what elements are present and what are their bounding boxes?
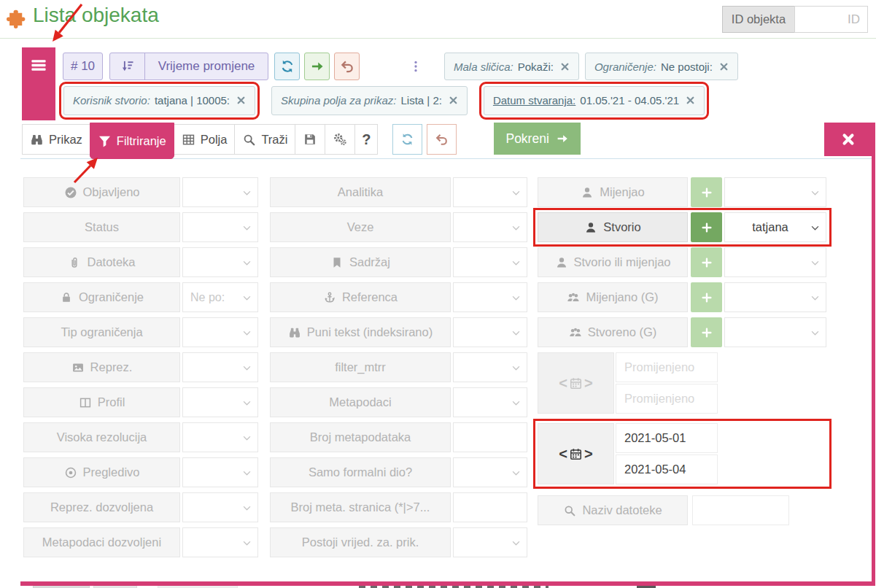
tab-filtriranje[interactable]: Filtriranje xyxy=(90,123,174,159)
remove-chip-icon[interactable] xyxy=(449,96,458,105)
filter-input[interactable] xyxy=(453,422,527,452)
filter-select[interactable] xyxy=(724,317,826,347)
undo-button[interactable] xyxy=(334,53,360,80)
filter-select[interactable] xyxy=(182,352,258,382)
chip-label: Korisnik stvorio: xyxy=(73,94,150,107)
tab-prikaz[interactable]: Prikaz xyxy=(22,124,90,155)
bookmark-icon xyxy=(330,256,344,269)
filter-row-puni-tekst-indeksirano: Puni tekst (indeksirano) xyxy=(270,317,527,347)
sort-icon xyxy=(120,59,135,74)
menu-button[interactable] xyxy=(22,47,55,120)
angle-right-icon: > xyxy=(584,446,593,461)
filter-select[interactable] xyxy=(182,212,258,242)
remove-chip-icon[interactable] xyxy=(686,96,695,105)
filter-select[interactable] xyxy=(724,177,826,207)
filter-select[interactable] xyxy=(182,457,258,487)
filter-select[interactable] xyxy=(182,422,258,452)
calendar-icon xyxy=(569,376,583,390)
chevron-down-icon xyxy=(511,538,522,549)
filter-chip-mala-sli-ica[interactable]: Mala sličica: Pokaži: xyxy=(444,53,579,80)
filter-select[interactable] xyxy=(182,177,258,207)
refresh-button[interactable] xyxy=(274,53,300,80)
date-to-input[interactable] xyxy=(616,384,718,414)
chevron-down-icon xyxy=(511,223,522,233)
add-value-button[interactable] xyxy=(691,317,722,347)
more-options-icon[interactable] xyxy=(409,58,422,75)
add-value-button[interactable] xyxy=(691,247,722,277)
remove-chip-icon[interactable] xyxy=(719,62,729,71)
filter-select[interactable] xyxy=(453,457,527,487)
add-value-button[interactable] xyxy=(691,212,722,242)
filter-select[interactable] xyxy=(453,212,527,242)
panel-refresh-button[interactable] xyxy=(392,124,422,155)
sort-field-label[interactable]: Vrijeme promjene xyxy=(145,59,268,74)
chevron-down-icon xyxy=(241,293,252,303)
close-panel-button[interactable] xyxy=(824,123,872,156)
filter-select[interactable] xyxy=(453,387,527,417)
date-from-input[interactable] xyxy=(616,352,718,382)
date-to-input[interactable] xyxy=(616,454,718,484)
remove-chip-icon[interactable] xyxy=(560,62,570,71)
person-icon xyxy=(581,186,594,199)
add-value-button[interactable] xyxy=(691,282,722,312)
file-name-input[interactable] xyxy=(692,495,789,525)
chevron-down-icon xyxy=(810,328,821,339)
filter-row-analitika: Analitika xyxy=(270,177,527,207)
filter-label: Broj metapodataka xyxy=(270,422,451,452)
filter-select[interactable] xyxy=(182,527,258,557)
tab-label: Polja xyxy=(201,133,228,147)
filter-row-broj-metapodataka: Broj metapodataka xyxy=(270,422,527,452)
filter-select[interactable] xyxy=(453,527,527,557)
forward-button[interactable] xyxy=(304,53,330,80)
filter-input[interactable] xyxy=(453,492,527,522)
run-button[interactable]: Pokreni xyxy=(494,123,580,155)
tab-polja[interactable]: Polja xyxy=(174,124,236,155)
filter-select[interactable] xyxy=(453,317,527,347)
filter-select[interactable] xyxy=(453,282,527,312)
plus-icon xyxy=(701,222,713,233)
id-objekta-button[interactable]: ID objekta xyxy=(722,6,795,33)
date-range-toggle[interactable]: <> xyxy=(538,423,614,484)
sort-button[interactable]: Vrijeme promjene xyxy=(109,53,268,80)
anchor-icon xyxy=(323,291,336,304)
settings-button[interactable] xyxy=(325,124,355,155)
date-from-input[interactable] xyxy=(616,423,718,453)
save-button[interactable] xyxy=(295,124,325,155)
tab-tra-i[interactable]: Traži xyxy=(234,124,295,155)
refresh-icon xyxy=(400,132,414,147)
filter-label: Objavljeno xyxy=(23,177,180,207)
person-icon xyxy=(584,221,597,234)
search-icon xyxy=(242,133,256,147)
filter-chip-datum-stvaranja[interactable]: Datum stvaranja: 01.05.'21 - 04.05.'21 xyxy=(484,86,705,115)
angle-left-icon: < xyxy=(559,446,567,461)
filter-select[interactable] xyxy=(182,387,258,417)
result-count-button[interactable]: # 10 xyxy=(63,53,103,80)
date-range-toggle[interactable]: <> xyxy=(538,352,614,414)
filter-label: Status xyxy=(23,212,180,242)
page: Lista objekata ID objekta # 10 Vrijeme p… xyxy=(0,0,876,588)
filter-chip-korisnik-stvorio[interactable]: Korisnik stvorio: tatjana | 10005: xyxy=(63,86,255,115)
help-button[interactable]: ? xyxy=(354,124,378,155)
remove-chip-icon[interactable] xyxy=(236,96,246,105)
filter-select[interactable] xyxy=(724,282,826,312)
filter-label: Broj meta. stranica (*|>7... xyxy=(270,492,451,522)
filter-select[interactable]: Ne po: xyxy=(182,282,258,312)
filter-select[interactable] xyxy=(182,317,258,347)
panel-undo-button[interactable] xyxy=(427,124,457,155)
sort-icon-segment[interactable] xyxy=(110,53,145,80)
filter-select[interactable] xyxy=(182,492,258,522)
run-button-label: Pokreni xyxy=(505,131,549,147)
filter-row-stvorio-ili-mijenjao: Stvorio ili mijenjao xyxy=(538,247,827,277)
add-value-button[interactable] xyxy=(691,177,722,207)
filter-select[interactable] xyxy=(453,247,527,277)
filter-select[interactable] xyxy=(453,177,527,207)
filter-chip-skupina-polja-za-prikaz[interactable]: Skupina polja za prikaz: Lista | 2: xyxy=(271,86,468,115)
undo-icon xyxy=(435,132,449,147)
filter-select[interactable] xyxy=(182,247,258,277)
check-circle-icon xyxy=(64,186,77,199)
filter-chip-ograni-enje[interactable]: Ograničenje: Ne postoji: xyxy=(585,53,738,80)
id-input[interactable] xyxy=(794,6,868,33)
filter-select[interactable] xyxy=(724,247,826,277)
filter-select[interactable]: tatjana xyxy=(724,212,826,242)
filter-select[interactable] xyxy=(453,352,527,382)
